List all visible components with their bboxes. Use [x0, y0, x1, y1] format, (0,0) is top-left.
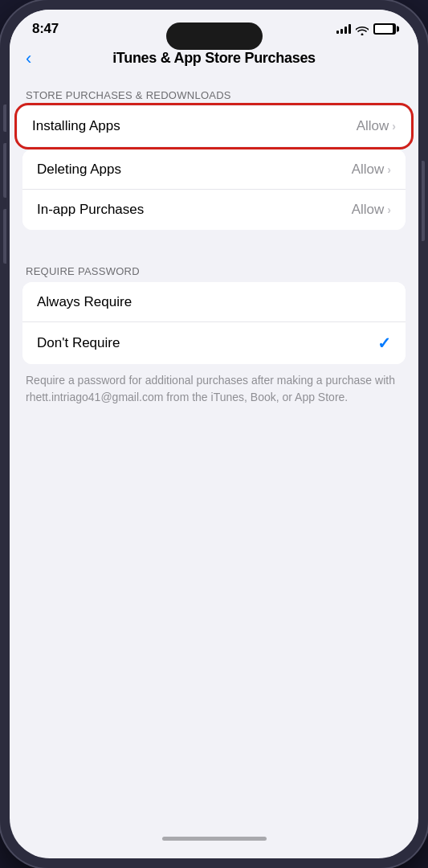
installing-apps-label: Installing Apps [32, 118, 120, 134]
require-password-header: REQUIRE PASSWORD [10, 252, 418, 282]
battery-fill [375, 25, 393, 33]
home-indicator[interactable] [162, 837, 267, 841]
inapp-purchases-value: Allow [352, 202, 385, 218]
inapp-purchases-item[interactable]: In-app Purchases Allow › [22, 190, 406, 230]
require-password-section: REQUIRE PASSWORD Always Require Don't Re… [10, 252, 418, 422]
dont-require-label: Don't Require [37, 335, 120, 351]
content-area: STORE PURCHASES & REDOWNLOADS Installing… [10, 76, 418, 858]
phone-frame: 8:47 ‹ [0, 0, 428, 868]
power-button[interactable] [422, 161, 425, 241]
dont-require-item[interactable]: Don't Require ✓ [22, 322, 406, 364]
signal-icon [336, 24, 351, 34]
require-password-group: Always Require Don't Require ✓ [22, 282, 406, 364]
back-button[interactable]: ‹ [26, 48, 31, 69]
inapp-purchases-label: In-app Purchases [37, 202, 144, 218]
dynamic-island [166, 23, 263, 50]
installing-apps-right: Allow › [357, 118, 396, 134]
status-icons [336, 23, 396, 35]
installing-apps-chevron: › [392, 120, 396, 133]
battery-icon [373, 23, 396, 35]
store-purchases-header: STORE PURCHASES & REDOWNLOADS [10, 76, 418, 106]
always-require-label: Always Require [37, 294, 132, 310]
always-require-item[interactable]: Always Require [22, 282, 406, 322]
deleting-apps-right: Allow › [352, 162, 391, 178]
installing-apps-item[interactable]: Installing Apps Allow › [18, 106, 410, 146]
status-time: 8:47 [32, 21, 59, 37]
inapp-purchases-chevron: › [387, 203, 391, 216]
checkmark-icon: ✓ [377, 334, 391, 353]
inapp-purchases-right: Allow › [352, 202, 391, 218]
page-title: iTunes & App Store Purchases [112, 50, 316, 67]
footer-note: Require a password for additional purcha… [10, 364, 418, 422]
volume-up-button[interactable] [3, 143, 6, 198]
deleting-apps-value: Allow [352, 162, 385, 178]
phone-screen: 8:47 ‹ [10, 10, 418, 858]
store-purchases-section: STORE PURCHASES & REDOWNLOADS Installing… [10, 76, 418, 230]
deleting-apps-item[interactable]: Deleting Apps Allow › [22, 149, 406, 190]
deleting-apps-label: Deleting Apps [37, 162, 121, 178]
other-store-items: Deleting Apps Allow › In-app Purchases A… [22, 149, 406, 230]
mute-button[interactable] [3, 104, 6, 132]
wifi-icon [356, 24, 369, 34]
deleting-apps-chevron: › [387, 163, 391, 176]
volume-down-button[interactable] [3, 209, 6, 264]
installing-apps-wrapper: Installing Apps Allow › [18, 106, 410, 146]
installing-apps-value: Allow [357, 118, 389, 134]
